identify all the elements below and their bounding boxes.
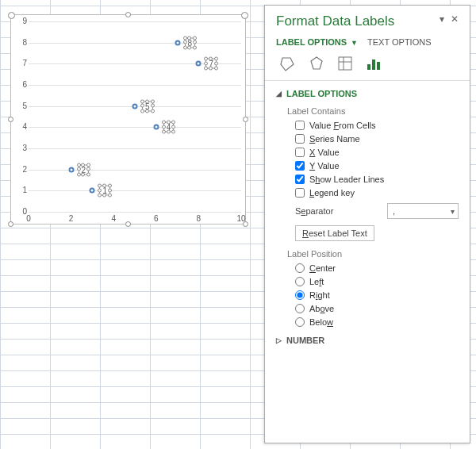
data-point[interactable] (175, 40, 180, 45)
pane-menu-icon[interactable]: ▾ (440, 13, 444, 25)
tab-text-options[interactable]: TEXT OPTIONS (367, 37, 431, 47)
data-point[interactable] (90, 188, 95, 194)
chevron-down-icon: ▼ (351, 39, 358, 47)
svg-rect-4 (372, 59, 375, 70)
data-label[interactable]: 1 (99, 186, 110, 196)
svg-rect-5 (377, 62, 380, 70)
size-properties-icon[interactable] (336, 55, 354, 72)
label-contains-heading: Label Contains (287, 106, 459, 116)
chk-y-value[interactable]: Y Value (287, 159, 459, 173)
close-icon[interactable]: ✕ (451, 13, 459, 25)
chk-x-value[interactable]: X Value (287, 146, 459, 159)
data-point[interactable] (68, 167, 74, 172)
chk-show-leader-lines[interactable]: Show Leader Lines (287, 173, 459, 186)
rad-above[interactable]: Above (287, 302, 459, 316)
data-label[interactable]: 2 (79, 164, 90, 175)
rad-right[interactable]: Right (287, 289, 459, 302)
chk-value-from-cells[interactable]: Value From Cells (287, 119, 459, 132)
svg-rect-0 (339, 57, 351, 70)
effects-icon[interactable] (308, 55, 325, 72)
tab-label-options[interactable]: LABEL OPTIONS ▼ (276, 37, 358, 47)
fill-line-icon[interactable] (279, 55, 297, 72)
pane-title: Format Data Labels (276, 13, 394, 29)
data-label[interactable]: 4 (163, 122, 175, 132)
format-data-labels-pane: Format Data Labels ▾ ✕ LABEL OPTIONS ▼ T… (264, 5, 470, 443)
rad-left[interactable]: Left (287, 275, 459, 289)
data-label[interactable]: 8 (185, 37, 196, 48)
label-options-icon[interactable] (365, 55, 382, 72)
chart-plot-area[interactable]: 0123456789 0246810 215487 (29, 21, 241, 212)
label-position-heading: Label Position (287, 249, 459, 259)
collapse-icon: ◢ (276, 90, 282, 98)
data-point[interactable] (132, 103, 138, 109)
data-point[interactable] (153, 125, 159, 130)
chk-series-name[interactable]: Series Name (287, 132, 459, 146)
rad-below[interactable]: Below (287, 316, 459, 329)
chk-legend-key[interactable]: Legend key (287, 186, 459, 200)
section-number[interactable]: ▷ NUMBER (265, 332, 470, 348)
svg-rect-3 (367, 64, 370, 70)
section-label-options[interactable]: ◢ LABEL OPTIONS (265, 86, 470, 102)
data-point[interactable] (196, 61, 202, 67)
reset-label-text-button[interactable]: Reset Label Text (295, 225, 374, 241)
chart-container[interactable]: 0123456789 0246810 215487 (10, 14, 246, 224)
data-label[interactable]: 7 (205, 59, 217, 69)
separator-select[interactable]: , (387, 203, 459, 219)
separator-label: Separator (295, 206, 333, 216)
rad-center[interactable]: Center (287, 262, 459, 275)
expand-icon: ▷ (276, 336, 282, 344)
data-label[interactable]: 5 (142, 101, 153, 111)
